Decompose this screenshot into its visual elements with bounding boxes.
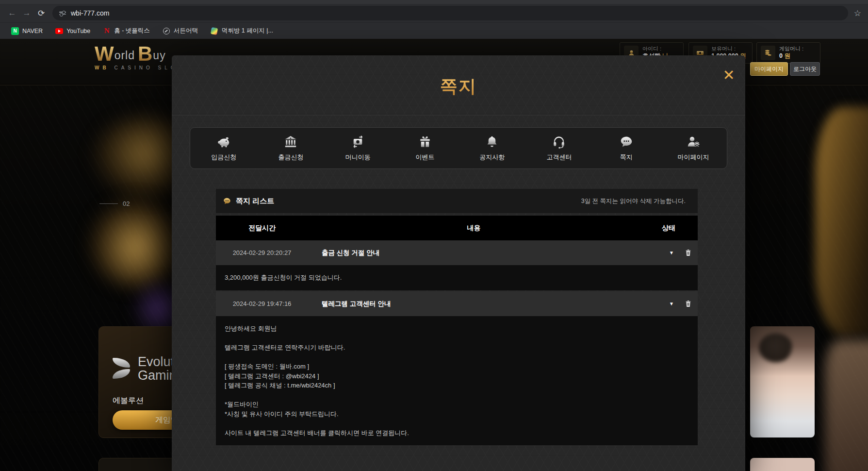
right-photo-decoration	[825, 340, 868, 471]
bell-icon	[485, 135, 499, 149]
slider-page-indicator: 02	[99, 200, 130, 207]
expand-caret-icon[interactable]: ▼	[669, 250, 674, 255]
naver-icon: N	[11, 27, 19, 35]
modal-title: 쪽지	[172, 75, 745, 99]
message-subject: 출금 신청 거절 안내	[308, 249, 639, 257]
nav-label: 쪽지	[620, 153, 633, 162]
money-transfer-icon	[351, 135, 365, 149]
modal-nav-bar: 입금신청 출금신청 머니이동 이벤트 공지사항 고객센터	[190, 127, 727, 169]
site-info-icon[interactable]	[59, 12, 66, 15]
site-logo[interactable]: WorldBuy WB CASINO SLOT	[95, 44, 184, 70]
shield-icon	[163, 28, 170, 34]
message-subject: 텔레그램 고객센터 안내	[308, 300, 639, 308]
game-money-label: 게임머니 :	[779, 46, 803, 52]
list-notice: 3일 전 쪽지는 읽어야 삭제 가능합니다.	[581, 197, 690, 205]
column-content: 내용	[308, 224, 639, 233]
bookmark-label: NAVER	[22, 28, 43, 34]
bank-icon	[283, 135, 298, 149]
message-list-header: 쪽지 리스트 3일 전 쪽지는 읽어야 삭제 가능합니다.	[216, 189, 698, 213]
gold-curtain-decoration	[815, 107, 868, 335]
message-body: 3,200,000원 출금신청이 거절 되었습니다.	[216, 265, 698, 290]
game-money-suffix: 원	[783, 52, 790, 59]
message-body: 안녕하세요 회원님 텔레그램 고객센터로 연락주시기 바랍니다. [ 평생접속 …	[216, 316, 698, 445]
logo-text: uy	[152, 49, 168, 64]
paint-icon	[211, 27, 218, 34]
bookmark-muktwibang[interactable]: 먹튀방 1 페이지 |...	[204, 25, 279, 37]
list-title: 쪽지 리스트	[236, 197, 274, 206]
logo-letter: B	[138, 44, 152, 64]
bookmarks-bar: N NAVER YouTube N 홈 - 넷플릭스 서든어택 먹튀방 1 페이…	[0, 22, 868, 39]
bookmark-label: 먹튀방 1 페이지 |...	[222, 27, 273, 35]
nav-item-mypage[interactable]: 마이페이지	[660, 128, 727, 168]
balance-label: 보유머니 :	[711, 46, 746, 52]
expand-caret-icon[interactable]: ▼	[669, 301, 674, 306]
nav-label: 이벤트	[415, 153, 434, 162]
delete-icon[interactable]	[685, 249, 692, 257]
netflix-icon: N	[103, 27, 111, 35]
nav-item-event[interactable]: 이벤트	[392, 128, 459, 168]
bookmark-label: 홈 - 넷플릭스	[114, 27, 150, 35]
logo-text: orld	[114, 49, 138, 64]
gift-icon	[418, 135, 432, 149]
bookmark-youtube[interactable]: YouTube	[49, 25, 97, 37]
headset-icon	[552, 135, 566, 149]
model-photo-card-partial	[750, 458, 815, 471]
logout-button[interactable]: 로그아웃	[790, 62, 820, 76]
coins-icon	[761, 46, 775, 60]
nav-item-deposit[interactable]: 입금신청	[190, 128, 257, 168]
youtube-icon	[55, 28, 63, 34]
game-name: 에볼루션	[113, 396, 144, 406]
logo-subtitle-accent: WB	[95, 65, 110, 70]
bookmark-label: 서든어택	[174, 27, 198, 35]
userid-label: 아이디 :	[642, 46, 668, 52]
browser-toolbar: ← → ⟳ wbi-777.com ☆	[0, 4, 868, 22]
message-time: 2024-02-29 20:20:27	[216, 249, 308, 256]
message-row[interactable]: 2024-02-29 20:20:27 출금 신청 거절 안내 ▼	[216, 240, 698, 265]
nav-label: 입금신청	[211, 153, 236, 162]
game-money-value: 0	[779, 52, 783, 59]
nav-item-notice[interactable]: 공지사항	[459, 128, 525, 168]
url-text[interactable]: wbi-777.com	[71, 9, 109, 17]
address-bar[interactable]: wbi-777.com	[52, 6, 848, 20]
bookmark-netflix[interactable]: N 홈 - 넷플릭스	[97, 25, 156, 37]
evolution-leaf-icon	[113, 358, 132, 379]
nav-item-support[interactable]: 고객센터	[525, 128, 592, 168]
forward-button[interactable]: →	[19, 6, 34, 20]
bookmark-star-icon[interactable]: ☆	[854, 8, 861, 18]
message-modal: 쪽지 ✕ 입금신청 출금신청 머니이동 이벤트 공지사항	[172, 55, 745, 471]
screen: ← → ⟳ wbi-777.com ☆ N NAVER YouTube N 홈 …	[0, 0, 868, 471]
nav-label: 머니이동	[345, 153, 371, 162]
mypage-button[interactable]: 마이페이지	[750, 62, 788, 76]
nav-label: 출금신청	[278, 153, 303, 162]
bookmark-naver[interactable]: N NAVER	[5, 25, 49, 37]
column-time: 전달시간	[216, 224, 308, 233]
delete-icon[interactable]	[685, 300, 692, 308]
message-row[interactable]: 2024-02-29 19:47:16 텔레그램 고객센터 안내 ▼	[216, 291, 698, 316]
nav-item-withdraw[interactable]: 출금신청	[257, 128, 324, 168]
back-button[interactable]: ←	[5, 6, 19, 20]
user-gear-icon	[686, 135, 701, 149]
bookmark-sudden-attack[interactable]: 서든어택	[156, 25, 204, 37]
reload-button[interactable]: ⟳	[34, 6, 49, 20]
nav-label: 마이페이지	[677, 153, 709, 162]
nav-label: 고객센터	[546, 153, 572, 162]
chat-icon	[619, 135, 634, 149]
gold-coins-decoration	[90, 199, 182, 286]
table-header: 전달시간 내용 상태	[216, 216, 698, 240]
nav-label: 공지사항	[479, 153, 505, 162]
logo-letter: W	[95, 44, 114, 64]
close-icon[interactable]: ✕	[719, 65, 738, 84]
message-list: 쪽지 리스트 3일 전 쪽지는 읽어야 삭제 가능합니다. 전달시간 내용 상태…	[216, 189, 698, 445]
title-divider	[172, 115, 745, 116]
gold-chat-icon	[223, 197, 231, 205]
nav-item-money-move[interactable]: 머니이동	[325, 128, 392, 168]
piggy-bank-icon	[216, 135, 231, 149]
game-money-box: 게임머니 :0 원	[756, 42, 820, 64]
browser-tab-strip	[0, 0, 868, 4]
message-time: 2024-02-29 19:47:16	[216, 300, 308, 307]
model-photo-card[interactable]	[750, 326, 815, 437]
nav-item-message[interactable]: 쪽지	[593, 128, 660, 168]
bookmark-label: YouTube	[66, 28, 90, 34]
column-status: 상태	[639, 224, 698, 233]
